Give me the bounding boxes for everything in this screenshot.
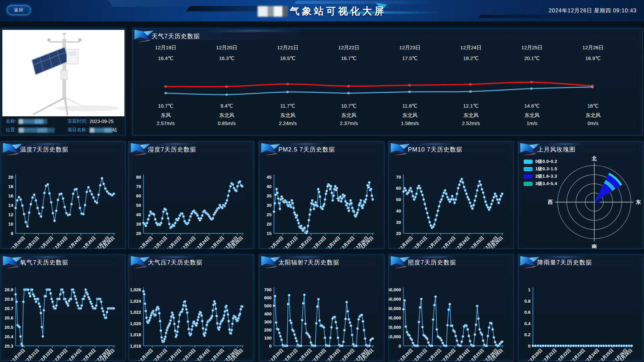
weather-high-temp: 16.9℃ — [562, 55, 624, 61]
panel-title: 氧气7天历史数据 — [20, 258, 68, 266]
weather-wind-speed: 1.58m/s — [379, 120, 440, 126]
weather-wind-direction: 东北风 — [318, 112, 379, 119]
svg-text:0: 0 — [398, 344, 401, 349]
station-photo-drawing — [2, 30, 124, 116]
svg-text:20.9: 20.9 — [5, 287, 13, 292]
svg-text:12月20日: 12月20日 — [138, 235, 154, 248]
panel-title: 降雨量7天历史数据 — [537, 258, 592, 266]
svg-text:45: 45 — [267, 175, 272, 180]
svg-text:18: 18 — [8, 184, 13, 189]
station-install-value: 2023-09-25 — [90, 119, 114, 124]
svg-text:12月20日: 12月20日 — [397, 348, 414, 361]
panel-title: PM10 7天历史数据 — [408, 145, 463, 154]
svg-text:12月22日: 12月22日 — [166, 348, 182, 361]
svg-text:12月21日: 12月21日 — [24, 348, 40, 361]
svg-text:50: 50 — [136, 203, 141, 208]
weather-low-temp: 10.7℃ — [135, 103, 196, 109]
svg-text:12月21日: 12月21日 — [541, 348, 557, 361]
svg-text:12月20日: 12月20日 — [268, 235, 284, 248]
svg-text:12月25日: 12月25日 — [80, 348, 97, 361]
svg-text:700: 700 — [264, 287, 271, 292]
page-title: 气象站可视化大屏 — [290, 5, 386, 18]
svg-text:10: 10 — [8, 222, 13, 227]
weather-high-temp: 18.5℃ — [257, 55, 318, 61]
svg-text:20.7: 20.7 — [5, 306, 13, 311]
svg-text:12月24日: 12月24日 — [454, 348, 471, 361]
oxygen-chart: 20.320.420.520.620.720.820.912月20日12月21日… — [1, 269, 125, 361]
svg-text:600: 600 — [264, 295, 271, 300]
station-photo — [2, 30, 124, 116]
svg-text:20.6: 20.6 — [5, 315, 13, 320]
svg-text:1,018: 1,018 — [130, 332, 141, 337]
dashboard-screen: 返回 气象站可视化大屏 2024年12月26日 星期四 09:10:43 — [0, 0, 644, 362]
legend-label: 0级0.0-0.2 — [535, 159, 557, 165]
station-name-redacted — [18, 119, 47, 124]
svg-text:14: 14 — [8, 203, 13, 208]
station-project-suffix: 站 — [112, 127, 117, 133]
svg-text:0: 0 — [269, 344, 271, 349]
weather-date: 12月24日 — [440, 45, 501, 51]
svg-text:60: 60 — [136, 193, 141, 198]
station-install-row: 安装时间: 2023-09-25 — [67, 118, 114, 124]
weather-wind-speed: 1m/s — [501, 120, 562, 126]
svg-text:12月23日: 12月23日 — [570, 348, 586, 361]
svg-text:12月23日: 12月23日 — [180, 235, 197, 248]
title-wrap: 气象站可视化大屏 — [258, 5, 386, 18]
station-location-redacted — [18, 128, 55, 133]
weather-date: 12月20日 — [196, 45, 257, 51]
svg-text:70: 70 — [396, 175, 401, 180]
svg-text:20: 20 — [396, 231, 401, 236]
svg-text:100: 100 — [264, 336, 271, 341]
svg-text:1,022: 1,022 — [130, 310, 141, 315]
svg-text:12月21日: 12月21日 — [152, 235, 168, 248]
svg-text:12月20日: 12月20日 — [138, 348, 154, 361]
svg-text:北: 北 — [591, 156, 597, 161]
station-location-row: 位置: — [6, 127, 55, 133]
svg-text:35: 35 — [267, 193, 272, 198]
svg-text:1,016: 1,016 — [130, 344, 141, 349]
svg-text:0.2: 0.2 — [524, 332, 531, 337]
svg-text:20: 20 — [136, 231, 141, 236]
svg-text:12月24日: 12月24日 — [66, 348, 83, 361]
weather-wind-speed: 0.85m/s — [196, 120, 257, 126]
wind-rose-legend-item: 3级3.4-5.4 — [524, 181, 557, 186]
svg-text:12月25日: 12月25日 — [339, 348, 356, 361]
station-name-label: 名称: — [6, 118, 16, 124]
svg-text:12月23日: 12月23日 — [52, 348, 68, 361]
solar-radiation-chart: 010020030040050060070012月20日12月21日12月22日… — [259, 269, 384, 361]
weather-low-temp: 12.1℃ — [440, 103, 501, 109]
svg-text:12月23日: 12月23日 — [52, 235, 68, 248]
svg-text:12月21日: 12月21日 — [412, 235, 428, 248]
svg-text:12月24日: 12月24日 — [194, 235, 211, 248]
svg-text:12月25日: 12月25日 — [469, 348, 485, 361]
weather-date: 12月21日 — [257, 45, 318, 51]
weather-high-temp: 17.5℃ — [379, 55, 440, 61]
panel-title: 照度7天历史数据 — [408, 258, 456, 266]
svg-text:10,000: 10,000 — [389, 334, 401, 339]
station-location-label: 位置: — [6, 127, 16, 133]
back-button[interactable]: 返回 — [7, 5, 31, 15]
weather-high-temp: 18.2℃ — [440, 55, 501, 61]
panel-temperature: 温度7天历史数据 810121416182012月20日12月21日12月22日… — [1, 141, 125, 249]
svg-text:40: 40 — [267, 184, 272, 189]
weather-date: 12月23日 — [379, 45, 440, 51]
panel-rainfall: 降雨量7天历史数据 00.20.40.60.8112月20日12月21日12月2… — [518, 254, 643, 361]
svg-text:40,000: 40,000 — [389, 306, 401, 311]
weather-wind-speed: 2.37m/s — [318, 120, 379, 126]
wind-rose-legend-item: 2级1.6-3.3 — [524, 174, 557, 179]
weather-high-temp: 16.7℃ — [318, 55, 379, 61]
svg-text:12: 12 — [8, 212, 13, 217]
svg-text:50,000: 50,000 — [389, 297, 401, 302]
weather-low-temp: 16℃ — [562, 103, 624, 109]
svg-text:200: 200 — [264, 327, 271, 333]
title-redacted-block — [258, 6, 288, 17]
svg-text:西: 西 — [548, 199, 553, 205]
svg-text:20.8: 20.8 — [5, 297, 13, 302]
svg-text:40: 40 — [136, 212, 141, 217]
svg-text:0.8: 0.8 — [524, 299, 531, 304]
wind-rose-chart: 北南东西 — [518, 142, 643, 248]
station-project-label: 项目名称: — [67, 127, 88, 133]
svg-text:12月23日: 12月23日 — [440, 235, 457, 248]
svg-text:20.3: 20.3 — [5, 344, 13, 349]
svg-text:12月20日: 12月20日 — [527, 348, 543, 361]
